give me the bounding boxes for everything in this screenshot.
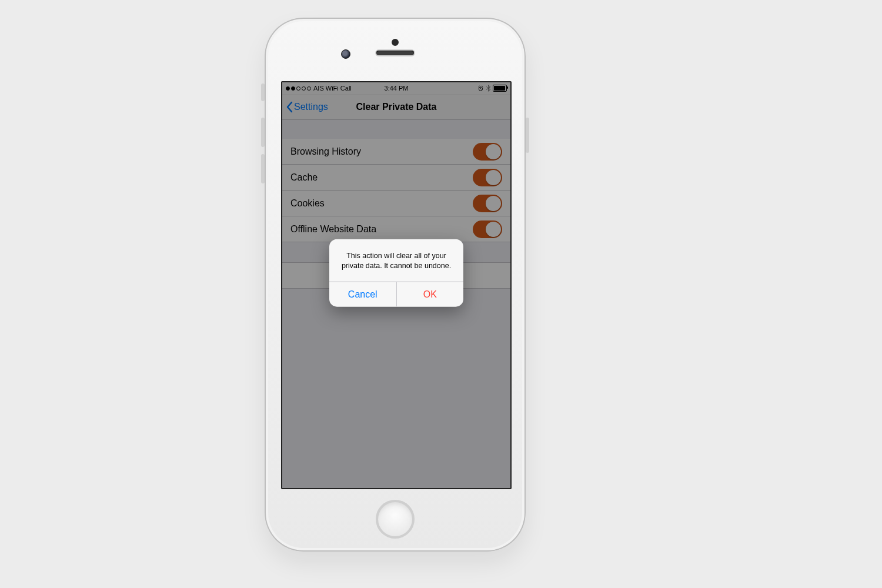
volume-down-button: [261, 154, 265, 183]
canvas: AIS WiFi Call 3:44 PM Settings: [0, 0, 882, 588]
confirm-alert: This action will clear all of your priva…: [329, 239, 463, 307]
earpiece-speaker-icon: [376, 51, 414, 55]
iphone-frame: AIS WiFi Call 3:44 PM Settings: [265, 18, 526, 552]
mute-switch-icon: [261, 83, 265, 101]
front-camera-icon: [341, 49, 350, 59]
power-button: [526, 118, 529, 153]
cancel-button[interactable]: Cancel: [329, 282, 396, 307]
proximity-sensor-icon: [392, 39, 399, 46]
screen: AIS WiFi Call 3:44 PM Settings: [281, 81, 512, 489]
volume-up-button: [261, 118, 265, 147]
alert-message: This action will clear all of your priva…: [329, 239, 463, 282]
ok-label: OK: [423, 289, 437, 300]
ok-button[interactable]: OK: [396, 282, 464, 307]
cancel-label: Cancel: [348, 289, 377, 300]
home-button[interactable]: [376, 500, 415, 539]
